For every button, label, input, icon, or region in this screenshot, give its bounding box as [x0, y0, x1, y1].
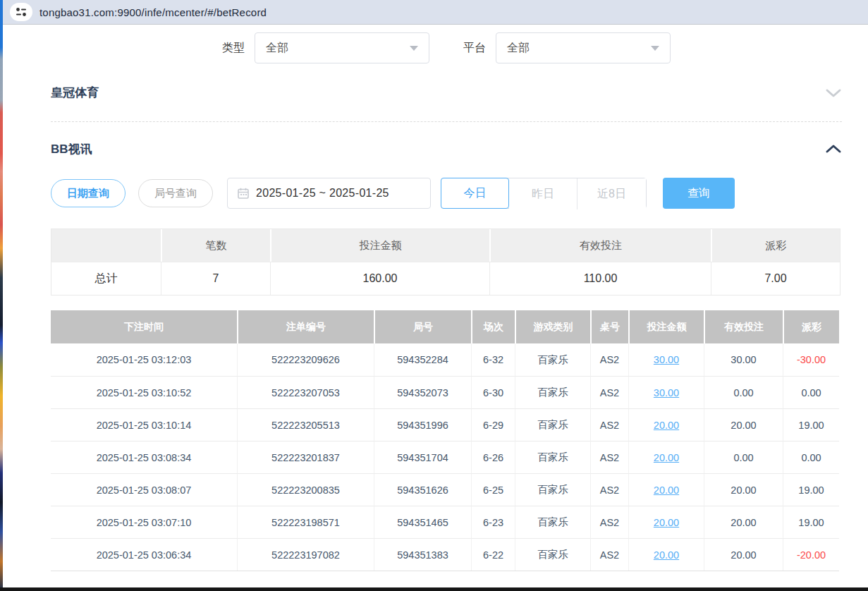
date-query-button[interactable]: 日期查询: [51, 179, 126, 207]
section-crown-title: 皇冠体育: [51, 85, 99, 101]
today-button[interactable]: 今日: [441, 178, 509, 209]
table-no-cell: AS2: [590, 506, 628, 538]
bet-amount-link[interactable]: 30.00: [654, 387, 679, 398]
round-no-cell: 594351465: [374, 506, 471, 538]
round-no-cell: 594351383: [374, 538, 471, 571]
bet-time-cell: 2025-01-25 03:06:34: [51, 538, 237, 571]
bet-amount-cell: 30.00: [628, 343, 704, 376]
summary-header-valid-bet: 有效投注: [489, 229, 711, 262]
bet-no-cell: 522223209626: [237, 343, 374, 376]
header-bet-amount: 投注金额: [628, 310, 704, 343]
filter-row: 类型 全部 平台 全部: [51, 32, 842, 63]
summary-header-empty: [51, 229, 161, 262]
game-type-cell: 百家乐: [515, 473, 590, 506]
table-no-cell: AS2: [590, 376, 628, 408]
bet-time-cell: 2025-01-25 03:10:14: [51, 408, 237, 441]
header-table-no: 桌号: [590, 310, 628, 343]
table-row: 2025-01-25 03:10:14 522223205513 5943519…: [51, 408, 839, 441]
header-round-no: 局号: [374, 310, 471, 343]
section-divider: [51, 121, 842, 122]
bet-time-cell: 2025-01-25 03:10:52: [51, 376, 237, 408]
bet-amount-link[interactable]: 20.00: [654, 420, 679, 431]
section-bb-title: BB视讯: [51, 141, 92, 157]
window-bottom-edge: [0, 587, 868, 591]
chevron-down-icon[interactable]: [825, 88, 842, 98]
platform-select[interactable]: 全部: [496, 32, 671, 63]
query-controls: 日期查询 局号查询 2025-01-25 ~ 2025-01-25: [51, 178, 842, 209]
header-bet-no: 注单编号: [237, 310, 374, 343]
table-no-cell: AS2: [590, 408, 628, 441]
bet-no-cell: 522223197082: [237, 538, 374, 571]
bet-amount-cell: 20.00: [628, 473, 704, 506]
header-payout: 派彩: [783, 310, 839, 343]
bet-amount-cell: 20.00: [628, 408, 704, 441]
session-cell: 6-26: [471, 441, 515, 473]
summary-header-count: 笔数: [161, 229, 270, 262]
table-no-cell: AS2: [590, 343, 628, 376]
session-cell: 6-23: [471, 506, 515, 538]
chevron-up-icon[interactable]: [825, 144, 842, 154]
bet-amount-link[interactable]: 20.00: [654, 517, 679, 528]
table-row: 2025-01-25 03:08:34 522223201837 5943517…: [51, 441, 839, 473]
bet-amount-cell: 30.00: [628, 376, 704, 408]
summary-count-value: 7: [161, 262, 270, 295]
valid-bet-cell: 20.00: [704, 506, 783, 538]
platform-filter-label: 平台: [463, 41, 486, 56]
round-no-cell: 594351704: [374, 441, 471, 473]
section-bb-video[interactable]: BB视讯: [51, 140, 842, 158]
summary-total-row: 总计 7 160.00 110.00 7.00: [51, 262, 840, 295]
valid-bet-cell: 0.00: [704, 441, 783, 473]
valid-bet-cell: 20.00: [704, 538, 783, 571]
valid-bet-cell: 20.00: [704, 408, 783, 441]
table-row: 2025-01-25 03:06:34 522223197082 5943513…: [51, 538, 839, 571]
bet-no-cell: 522223201837: [237, 441, 374, 473]
bet-no-cell: 522223200835: [237, 473, 374, 506]
valid-bet-cell: 0.00: [704, 376, 783, 408]
bet-time-cell: 2025-01-25 03:08:34: [51, 441, 237, 473]
summary-bet-amount-value: 160.00: [270, 262, 489, 295]
url-field[interactable]: tongbao31.com:9900/infe/mcenter/#/betRec…: [39, 6, 267, 18]
type-filter-label: 类型: [222, 41, 245, 56]
today-label: 今日: [464, 186, 487, 201]
table-no-cell: AS2: [590, 441, 628, 473]
header-game-type: 游戏类别: [515, 310, 590, 343]
table-row: 2025-01-25 03:12:03 522223209626 5943522…: [51, 343, 839, 376]
table-row: 2025-01-25 03:08:07 522223200835 5943516…: [51, 473, 839, 506]
header-valid-bet: 有效投注: [704, 310, 783, 343]
bet-time-cell: 2025-01-25 03:07:10: [51, 506, 237, 538]
section-crown-sports[interactable]: 皇冠体育: [51, 84, 842, 102]
round-query-button[interactable]: 局号查询: [138, 179, 213, 207]
table-no-cell: AS2: [590, 538, 628, 571]
bet-no-cell: 522223207053: [237, 376, 374, 408]
game-type-cell: 百家乐: [515, 343, 590, 376]
site-settings-button[interactable]: [10, 3, 32, 21]
date-query-label: 日期查询: [67, 187, 109, 200]
platform-select-value: 全部: [507, 41, 651, 56]
type-select-value: 全部: [266, 41, 410, 56]
bet-amount-link[interactable]: 30.00: [654, 354, 679, 365]
bet-no-cell: 522223205513: [237, 408, 374, 441]
game-type-cell: 百家乐: [515, 538, 590, 571]
yesterday-button[interactable]: 昨日: [509, 178, 577, 209]
summary-table: 笔数 投注金额 有效投注 派彩 总计 7 160.00 110.00 7.00: [51, 229, 841, 296]
session-cell: 6-22: [471, 538, 515, 571]
type-select[interactable]: 全部: [255, 32, 429, 63]
payout-cell: 19.00: [783, 408, 839, 441]
bet-amount-link[interactable]: 20.00: [654, 452, 679, 463]
last8days-button[interactable]: 近8日: [577, 178, 646, 209]
search-button[interactable]: 查询: [663, 178, 735, 209]
session-cell: 6-32: [471, 343, 515, 376]
bet-amount-cell: 20.00: [628, 506, 704, 538]
bet-amount-link[interactable]: 20.00: [654, 485, 679, 496]
session-cell: 6-25: [471, 473, 515, 506]
round-no-cell: 594351626: [374, 473, 471, 506]
main-content: 类型 全部 平台 全部 皇冠体育 BB视讯: [3, 25, 868, 587]
calendar-icon: [238, 188, 249, 199]
summary-total-label: 总计: [51, 262, 161, 295]
summary-payout-value: 7.00: [711, 262, 840, 295]
summary-valid-bet-value: 110.00: [489, 262, 711, 295]
bet-amount-link[interactable]: 20.00: [654, 549, 679, 561]
date-range-picker[interactable]: 2025-01-25 ~ 2025-01-25: [227, 178, 431, 209]
background-window-edge: [0, 0, 3, 591]
date-range-value: 2025-01-25 ~ 2025-01-25: [256, 187, 389, 200]
